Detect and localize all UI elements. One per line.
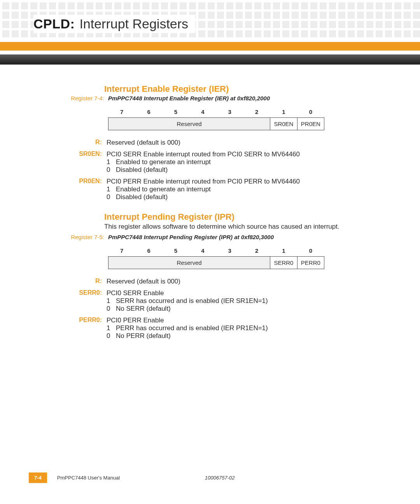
bit-col: 2 bbox=[243, 245, 270, 257]
def-desc: SERR has occurred and is enabled (IER SR… bbox=[116, 297, 268, 305]
def-desc: Enabled to generate an interrupt bbox=[116, 186, 211, 193]
def-body: PCI0 SERR Enable interrupt routed from P… bbox=[107, 150, 389, 174]
section-heading-ier: Interrupt Enable Register (IER) bbox=[104, 84, 389, 94]
def-val: 1 bbox=[107, 297, 116, 305]
reserved-cell: Reserved bbox=[108, 118, 270, 130]
bit-col: 6 bbox=[135, 245, 162, 257]
def-text: PCI0 PERR Enable bbox=[107, 317, 389, 324]
bit-table-ipr: 7 6 5 4 3 2 1 0 Reserved SERR0 PERR0 bbox=[108, 245, 324, 269]
def-desc: Disabled (default) bbox=[116, 193, 168, 201]
field-cell: SR0EN bbox=[270, 118, 297, 130]
footer-manual-title: PmPPC7448 User's Manual bbox=[57, 475, 182, 481]
ipr-intro: This register allows software to determi… bbox=[104, 223, 389, 231]
title-prefix: CPLD: bbox=[33, 16, 75, 32]
def-desc: PERR has occurred and is enabled (IER PR… bbox=[116, 324, 268, 332]
bit-col: 7 bbox=[108, 245, 135, 257]
footer-doc-code: 10006757-02 bbox=[205, 475, 235, 481]
def-label-sr0en: SR0EN: bbox=[31, 150, 107, 174]
bit-col: 5 bbox=[162, 245, 189, 257]
field-cell: SERR0 bbox=[270, 257, 297, 269]
section-heading-ipr: Interrupt Pending Register (IPR) bbox=[104, 212, 389, 222]
content-area: Interrupt Enable Register (IER) Register… bbox=[0, 78, 420, 504]
def-desc: Disabled (default) bbox=[116, 166, 168, 174]
def-label-perr0: PERR0: bbox=[31, 317, 107, 340]
bit-table-ier: 7 6 5 4 3 2 1 0 Reserved SR0EN PR0EN bbox=[108, 106, 324, 130]
def-body: PCI0 PERR Enable 1PERR has occurred and … bbox=[107, 317, 389, 340]
bit-field-row: Reserved SERR0 PERR0 bbox=[108, 257, 324, 269]
register-caption-ipr: Register 7-5: PmPPC7448 Interrupt Pendin… bbox=[31, 234, 389, 240]
def-label-serr0: SERR0: bbox=[31, 289, 107, 313]
bit-col: 1 bbox=[270, 106, 297, 118]
def-val: 1 bbox=[107, 158, 116, 166]
register-caption-text: PmPPC7448 Interrupt Enable Register (IER… bbox=[108, 95, 270, 102]
ipr-definitions: R: Reserved (default is 000) SERR0: PCI0… bbox=[31, 278, 389, 340]
bit-header-row: 7 6 5 4 3 2 1 0 bbox=[108, 245, 324, 257]
orange-bar bbox=[0, 42, 420, 51]
def-desc: No SERR (default) bbox=[116, 305, 171, 313]
def-body: PCI0 SERR Enable 1SERR has occurred and … bbox=[107, 289, 389, 313]
bit-col: 2 bbox=[243, 106, 270, 118]
title-text: Interrupt Registers bbox=[79, 16, 188, 32]
def-label-r: R: bbox=[31, 278, 107, 285]
def-text: PCI0 SERR Enable bbox=[107, 289, 389, 297]
bit-header-row: 7 6 5 4 3 2 1 0 bbox=[108, 106, 324, 118]
ier-definitions: R: Reserved (default is 000) SR0EN: PCI0… bbox=[31, 139, 389, 201]
def-val: 1 bbox=[107, 186, 116, 193]
field-cell: PERR0 bbox=[297, 257, 324, 269]
bit-col: 5 bbox=[162, 106, 189, 118]
def-label-r: R: bbox=[31, 139, 107, 147]
bit-col: 4 bbox=[189, 106, 216, 118]
def-label-pr0en: PR0EN: bbox=[31, 178, 107, 201]
bit-col: 3 bbox=[216, 106, 243, 118]
def-text: PCI0 PERR Enable interrupt routed from P… bbox=[107, 178, 389, 186]
page-footer: 7-4 PmPPC7448 User's Manual 10006757-02 bbox=[29, 472, 397, 483]
register-label: Register 7-4: bbox=[31, 95, 108, 102]
def-val: 0 bbox=[107, 332, 116, 340]
def-text: PCI0 SERR Enable interrupt routed from P… bbox=[107, 150, 389, 158]
bit-col: 1 bbox=[270, 245, 297, 257]
bit-col: 0 bbox=[297, 106, 324, 118]
bit-col: 4 bbox=[189, 245, 216, 257]
def-val: 0 bbox=[107, 166, 116, 174]
page-number-box: 7-4 bbox=[29, 472, 47, 483]
bit-field-row: Reserved SR0EN PR0EN bbox=[108, 118, 324, 130]
dark-bar bbox=[0, 54, 420, 65]
def-val: 0 bbox=[107, 193, 116, 201]
bit-col: 0 bbox=[297, 245, 324, 257]
reserved-cell: Reserved bbox=[108, 257, 270, 269]
register-caption-text: PmPPC7448 Interrupt Pending Register (IP… bbox=[108, 234, 274, 240]
def-desc: No PERR (default) bbox=[116, 332, 171, 340]
register-label: Register 7-5: bbox=[31, 234, 108, 240]
def-text: Reserved (default is 000) bbox=[107, 278, 389, 285]
bit-col: 6 bbox=[135, 106, 162, 118]
bit-col: 3 bbox=[216, 245, 243, 257]
def-val: 0 bbox=[107, 305, 116, 313]
def-val: 1 bbox=[107, 324, 116, 332]
register-caption-ier: Register 7-4: PmPPC7448 Interrupt Enable… bbox=[31, 95, 389, 102]
page-title: CPLD: Interrupt Registers bbox=[33, 15, 195, 33]
def-body: PCI0 PERR Enable interrupt routed from P… bbox=[107, 178, 389, 201]
bit-col: 7 bbox=[108, 106, 135, 118]
field-cell: PR0EN bbox=[297, 118, 324, 130]
def-text: Reserved (default is 000) bbox=[107, 139, 389, 147]
def-desc: Enabled to generate an interrupt bbox=[116, 158, 211, 166]
